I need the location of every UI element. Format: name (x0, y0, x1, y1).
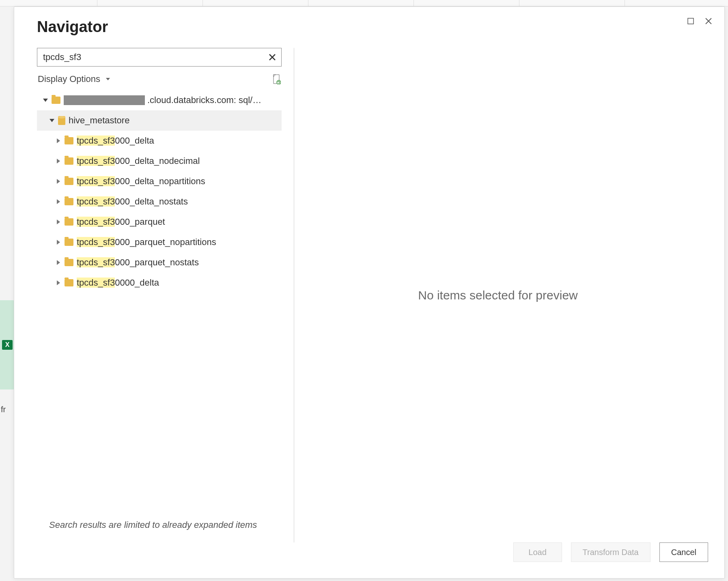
folder-icon (65, 279, 73, 286)
database-icon (58, 116, 65, 125)
schema-node-label: tpcds_sf3000_parquet (77, 217, 165, 227)
tree-schema-node[interactable]: tpcds_sf3000_delta_nodecimal (37, 151, 282, 171)
search-note: Search results are limited to already ex… (37, 514, 282, 542)
tree-schema-node[interactable]: tpcds_sf3000_delta_nostats (37, 192, 282, 212)
close-button[interactable] (704, 17, 713, 26)
metastore-label: hive_metastore (69, 115, 129, 126)
schema-node-label: tpcds_sf3000_delta_nodecimal (77, 156, 200, 166)
tree-view: .cloud.databricks.com: sql/… hive_metast… (37, 90, 282, 514)
expander-icon[interactable] (56, 138, 61, 144)
schema-node-label: tpcds_sf3000_parquet_nopartitions (77, 237, 216, 247)
expander-icon[interactable] (56, 179, 61, 184)
svg-rect-0 (688, 18, 694, 24)
search-input[interactable] (43, 52, 267, 62)
background-side-panel: X (0, 300, 15, 389)
folder-icon (65, 218, 73, 226)
schema-node-label: tpcds_sf3000_delta (77, 136, 154, 146)
folder-icon (65, 137, 73, 144)
preview-panel: No items selected for preview (294, 48, 702, 542)
expander-icon[interactable] (56, 280, 61, 286)
tree-schema-node[interactable]: tpcds_sf3000_parquet_nostats (37, 252, 282, 273)
expander-icon[interactable] (49, 118, 55, 123)
expander-icon[interactable] (56, 199, 61, 204)
folder-icon (65, 259, 73, 266)
excel-icon: X (2, 340, 13, 350)
maximize-button[interactable] (686, 17, 695, 26)
cancel-button[interactable]: Cancel (659, 542, 708, 562)
folder-icon (65, 239, 73, 246)
load-button[interactable]: Load (513, 542, 562, 562)
folder-icon (65, 198, 73, 205)
tree-schema-node[interactable]: tpcds_sf3000_delta (37, 131, 282, 151)
expander-icon[interactable] (56, 260, 61, 265)
tree-schema-node[interactable]: tpcds_sf30000_delta (37, 273, 282, 293)
display-options-label: Display Options (38, 74, 100, 84)
schema-node-label: tpcds_sf3000_delta_nostats (77, 196, 188, 207)
left-panel: Display Options .cloud.databricks.com: s… (37, 48, 294, 542)
chevron-down-icon (106, 78, 110, 80)
transform-data-button[interactable]: Transform Data (571, 542, 650, 562)
folder-icon (65, 157, 73, 165)
schema-node-label: tpcds_sf30000_delta (77, 278, 159, 288)
background-tabs (0, 0, 728, 6)
schema-node-label: tpcds_sf3000_parquet_nostats (77, 257, 199, 268)
tree-schema-node[interactable]: tpcds_sf3000_parquet_nopartitions (37, 232, 282, 252)
expander-icon[interactable] (56, 239, 61, 245)
expander-icon[interactable] (56, 219, 61, 225)
background-label: fr (1, 405, 6, 414)
button-row: Load Transform Data Cancel (14, 542, 724, 578)
expander-icon[interactable] (43, 97, 48, 103)
schema-node-label: tpcds_sf3000_delta_nopartitions (77, 176, 205, 187)
refresh-preview-button[interactable] (272, 74, 281, 84)
search-box (37, 48, 282, 67)
tree-schema-node[interactable]: tpcds_sf3000_parquet (37, 212, 282, 232)
folder-icon (65, 178, 73, 185)
tree-metastore-node[interactable]: hive_metastore (37, 110, 282, 131)
expander-icon[interactable] (56, 158, 61, 164)
preview-empty-message: No items selected for preview (418, 288, 578, 302)
redacted-hostname (64, 95, 145, 105)
tree-root-node[interactable]: .cloud.databricks.com: sql/… (37, 90, 282, 110)
folder-icon (52, 97, 60, 104)
clear-search-button[interactable] (267, 52, 277, 62)
tree-schema-node[interactable]: tpcds_sf3000_delta_nopartitions (37, 171, 282, 192)
navigator-dialog: Navigator Display Options (14, 6, 725, 579)
display-options-menu[interactable]: Display Options (38, 74, 110, 84)
root-node-label: .cloud.databricks.com: sql/… (147, 95, 261, 105)
svg-point-1 (277, 80, 281, 84)
dialog-title: Navigator (37, 18, 108, 36)
